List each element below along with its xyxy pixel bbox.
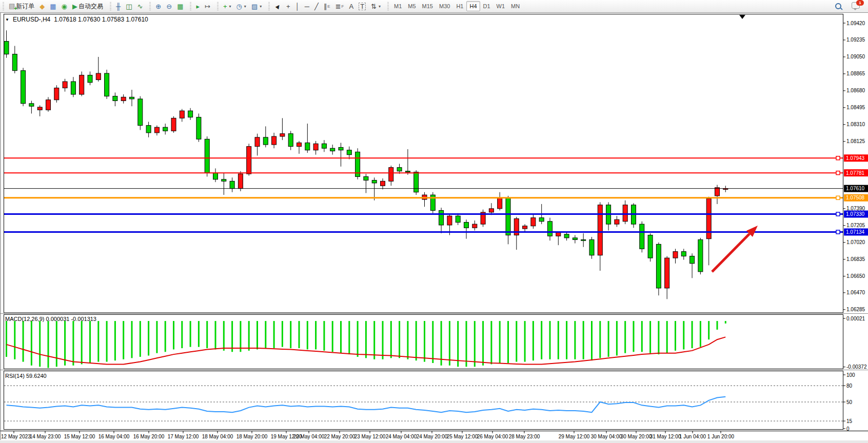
price-tick-label: 1.09420 xyxy=(846,21,865,26)
zoom-group: ⊕⊖▦ xyxy=(148,0,187,12)
toolbar: ▤+新订单◆▦◉▶自动交易╫◫∿⊕⊖▦▸↦+▾◷▾▨▾►+│─╱∥E≣FAT⇅▾… xyxy=(0,0,868,13)
chart-shift-button[interactable]: ↦ xyxy=(202,0,213,12)
new-order-button-label: 新订单 xyxy=(16,2,34,11)
chat-button[interactable]: 1 xyxy=(849,0,862,12)
timeframe-mn[interactable]: MN xyxy=(508,1,523,11)
time-tick-label: 23 May 12:00 xyxy=(354,434,386,439)
bull-candle xyxy=(615,219,619,224)
chevron-down-icon[interactable]: ▾ xyxy=(229,4,231,9)
bear-candle xyxy=(222,179,226,182)
price-tick-label: 1.09235 xyxy=(846,37,865,43)
line-chart-button[interactable]: ∿ xyxy=(134,0,145,12)
chart-canvas: 1.094201.092351.090501.088651.086801.084… xyxy=(0,0,868,443)
price-label: 1.07330 xyxy=(846,211,865,217)
bear-candle xyxy=(29,104,34,106)
market-watch-button[interactable]: ◆ xyxy=(37,0,47,12)
price-tick-label: 1.08310 xyxy=(846,122,865,127)
text-button[interactable]: A xyxy=(346,0,356,12)
price-tick-label: 1.08680 xyxy=(846,88,865,93)
file-group: ▤+新订单◆▦◉▶自动交易 xyxy=(2,0,107,12)
hline-handle[interactable] xyxy=(836,196,840,199)
time-tick-label: 15 May 12:00 xyxy=(64,434,95,439)
zoom-out-button[interactable]: ⊖ xyxy=(164,0,174,12)
chevron-down-icon[interactable]: ▾ xyxy=(379,4,381,9)
bear-candle xyxy=(213,173,218,179)
trendline-button[interactable]: ╱ xyxy=(312,0,321,12)
bear-candle xyxy=(564,234,569,238)
zoom-in-button[interactable]: ⊕ xyxy=(153,0,164,12)
chart-collapse-icon[interactable]: ▼ xyxy=(5,17,9,22)
time-tick-label: 31 May 12:00 xyxy=(650,434,681,439)
timeframe-h1[interactable]: H1 xyxy=(453,1,466,11)
autotrade-button[interactable]: ▶自动交易 xyxy=(70,0,106,12)
fibonacci-icon: ≣ xyxy=(336,3,341,10)
hline-handle[interactable] xyxy=(836,212,840,216)
vertical-line-button[interactable]: │ xyxy=(293,0,302,12)
terminal-button[interactable]: ◉ xyxy=(59,0,70,12)
bar-chart-button[interactable]: ╫ xyxy=(113,0,123,12)
arrows-button[interactable]: ⇅▾ xyxy=(368,0,383,12)
time-tick-label: 1 Jun 04:00 xyxy=(679,434,706,439)
navigator-button[interactable]: ▦ xyxy=(47,0,58,12)
timeframe-m30[interactable]: M30 xyxy=(436,1,453,11)
bear-candle xyxy=(506,197,510,235)
search-button[interactable] xyxy=(833,0,844,12)
rsi-indicator-label: RSI(14) 59.6240 xyxy=(5,373,47,379)
crosshair-button[interactable]: + xyxy=(284,0,293,12)
bull-candle xyxy=(598,205,602,255)
hline-handle[interactable] xyxy=(836,230,840,234)
timeframe-m1[interactable]: M1 xyxy=(391,1,405,11)
new-order-button[interactable]: ▤+新订单 xyxy=(6,0,37,12)
timeframe-m15[interactable]: M15 xyxy=(419,1,436,11)
timeframe-d1[interactable]: D1 xyxy=(480,1,494,11)
bull-candle xyxy=(54,88,59,100)
timeframe-h4[interactable]: H4 xyxy=(466,1,480,11)
bull-candle xyxy=(623,205,627,222)
macd-axis-label: -0.00372 xyxy=(846,364,867,370)
candlestick-button[interactable]: ◫ xyxy=(123,0,134,12)
chevron-down-icon[interactable]: ▾ xyxy=(260,4,262,9)
time-tick-label: 18 May 20:00 xyxy=(236,434,268,439)
bear-candle xyxy=(548,222,553,236)
trading-terminal-window: ▤+新订单◆▦◉▶自动交易╫◫∿⊕⊖▦▸↦+▾◷▾▨▾►+│─╱∥E≣FAT⇅▾… xyxy=(0,0,868,443)
fibonacci-button[interactable]: ≣F xyxy=(333,0,347,12)
periods-button[interactable]: ◷▾ xyxy=(234,0,249,12)
hline-handle[interactable] xyxy=(836,156,840,160)
tile-windows-button[interactable]: ▦ xyxy=(174,0,186,12)
text-label-button[interactable]: T xyxy=(356,0,368,12)
templates-button[interactable]: ▨▾ xyxy=(249,0,264,12)
bull-candle xyxy=(121,97,126,100)
draw-group: ►+│─╱∥E≣FAT⇅▾ xyxy=(267,0,384,12)
time-tick-label: 28 May 23:00 xyxy=(509,434,540,439)
auto-scroll-button[interactable]: ▸ xyxy=(193,0,202,12)
bear-candle xyxy=(330,148,335,151)
timeframe-m5[interactable]: M5 xyxy=(405,1,419,11)
chart-shift-icon: ↦ xyxy=(205,3,210,10)
bull-candle xyxy=(171,118,176,131)
bear-candle xyxy=(581,239,586,240)
price-label: 1.07943 xyxy=(846,155,865,161)
market-watch-icon: ◆ xyxy=(40,3,45,10)
rsi-axis-label: 15 xyxy=(846,418,853,424)
bear-candle xyxy=(21,71,26,104)
channel-button[interactable]: ∥E xyxy=(321,0,333,12)
cursor-button[interactable]: ► xyxy=(272,0,284,12)
timeframe-w1[interactable]: W1 xyxy=(494,1,508,11)
horizontal-line-button[interactable]: ─ xyxy=(302,0,312,12)
bear-candle xyxy=(364,176,368,180)
bull-candle xyxy=(238,174,243,189)
price-tick-label: 1.08865 xyxy=(846,71,865,76)
chart-ohlc-title: ▼ EURUSD-,H4 1.07618 1.07630 1.07583 1.0… xyxy=(5,16,148,23)
time-tick-label: 17 May 12:00 xyxy=(168,434,199,439)
indicators-button[interactable]: +▾ xyxy=(221,0,234,12)
template-chart-icon: ▨ xyxy=(251,3,258,10)
equidistant-channel-icon: ∥ xyxy=(324,3,327,10)
bear-candle xyxy=(640,224,644,249)
time-tick-label: 22 May 04:00 xyxy=(293,434,325,439)
bull-candle xyxy=(255,137,260,147)
price-label: 1.07781 xyxy=(846,170,865,176)
hline-handle[interactable] xyxy=(836,171,840,175)
chevron-down-icon[interactable]: ▾ xyxy=(244,4,246,9)
time-tick-label: 16 May 04:00 xyxy=(98,434,130,439)
bull-candle xyxy=(180,111,184,118)
